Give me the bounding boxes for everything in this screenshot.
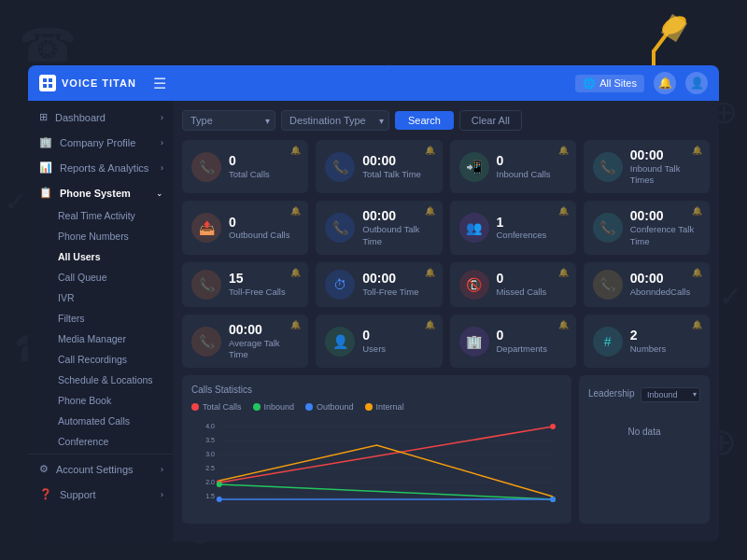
svg-text:2.5: 2.5 (205, 465, 215, 471)
notifications-button[interactable]: 🔔 (654, 72, 676, 94)
type-filter[interactable]: Type (182, 110, 275, 131)
sidebar-item-dashboard[interactable]: ⊞ Dashboard › (28, 105, 173, 130)
user-button[interactable]: 👤 (685, 72, 708, 94)
chart-svg: 4.0 3.5 3.0 2.5 2.0 1.5 (191, 417, 562, 511)
total-calls-label: Total Calls (229, 169, 299, 180)
sidebar-support-label: Support (60, 489, 96, 500)
toll-free-icon: 📞 (191, 270, 221, 300)
total-calls-value: 0 (229, 153, 299, 169)
legend-outbound: Outbound (305, 402, 354, 412)
sidebar-sub-ivr[interactable]: IVR (58, 287, 173, 308)
all-sites-button[interactable]: 🌐 All Sites (575, 75, 644, 92)
sidebar-sub-filters[interactable]: Filters (58, 308, 173, 329)
menu-button[interactable]: ☰ (153, 75, 166, 92)
sidebar-sub-call-recordings[interactable]: Call Recordings (58, 349, 173, 370)
outbound-talk-icon: 📞 (325, 213, 355, 243)
alert-icon: 🔔 (425, 268, 435, 277)
users-value: 0 (362, 328, 432, 343)
avg-talk-value: 00:00 (229, 322, 299, 338)
conf-talk-label: Conference Talk Time (630, 224, 700, 247)
destination-type-filter[interactable]: Destination Type (281, 110, 389, 131)
alert-icon: 🔔 (290, 146, 301, 155)
leadership-header: Leadership Inbound Outbound (588, 385, 700, 402)
sidebar-sub-schedule[interactable]: Schedule & Locations (58, 370, 173, 390)
svg-point-2 (659, 12, 689, 38)
inbound-talk-value: 00:00 (630, 147, 700, 163)
leadership-select[interactable]: Inbound Outbound (641, 387, 700, 402)
avg-talk-icon: 📞 (191, 327, 221, 357)
abonnded-icon: 📞 (593, 270, 623, 300)
filter-bar: Type Destination Type Search Clear All (182, 110, 710, 131)
outbound-calls-value: 0 (229, 215, 299, 231)
stat-missed-calls: 📵 0 Missed Calls 🔔 (450, 262, 576, 307)
alert-icon: 🔔 (558, 320, 569, 329)
alert-icon: 🔔 (692, 320, 702, 329)
outbound-calls-icon: 📤 (191, 213, 221, 243)
calls-statistics-chart: Calls Statistics Total Calls Inbound (182, 375, 571, 524)
sidebar-sub-automated-calls[interactable]: Automated Calls (58, 411, 173, 431)
inbound-dot (253, 403, 261, 411)
sidebar-sub-real-time[interactable]: Real Time Activity (58, 205, 173, 226)
alert-icon: 🔔 (558, 206, 569, 216)
sidebar-submenu: Real Time Activity Phone Numbers All Use… (28, 205, 173, 452)
sidebar-phone-label: Phone System (60, 188, 131, 199)
alert-icon: 🔔 (558, 268, 569, 277)
alert-icon: 🔔 (425, 206, 435, 216)
sidebar-item-account-settings[interactable]: ⚙ Account Settings › (28, 456, 173, 482)
users-label: Users (362, 343, 432, 355)
sidebar-item-phone-system[interactable]: 📋 Phone System ⌄ (28, 180, 173, 205)
sidebar-sub-phone-numbers[interactable]: Phone Numbers (58, 226, 173, 246)
conferences-icon: 👥 (459, 213, 489, 243)
sidebar-item-dashboard-label: Dashboard (55, 112, 106, 123)
numbers-icon: # (593, 327, 623, 357)
sidebar-sub-all-users[interactable]: All Users (58, 246, 173, 267)
internal-dot (365, 403, 373, 411)
legend-inbound: Inbound (253, 402, 295, 412)
conferences-label: Conferences (497, 230, 567, 241)
svg-text:3.0: 3.0 (205, 451, 215, 457)
alert-icon: 🔔 (425, 146, 435, 155)
toll-free-time-label: Toll-Free Time (362, 287, 432, 298)
users-icon: 👤 (325, 327, 355, 357)
legend-internal: Internal (365, 402, 404, 412)
sidebar-item-reports[interactable]: 📊 Reports & Analytics › (28, 155, 173, 180)
toll-free-label: Toll-Free Calls (229, 287, 299, 298)
sidebar-sub-conference[interactable]: Conference (58, 431, 173, 452)
destination-type-filter-wrap: Destination Type (281, 110, 389, 131)
app-logo: VOICE TITAN (39, 75, 136, 91)
company-icon: 🏢 (39, 136, 52, 148)
conf-talk-value: 00:00 (630, 208, 700, 224)
stats-row-2: 📤 0 Outbound Calls 🔔 📞 00:00 Outbound Ta… (182, 201, 710, 254)
stat-inbound-talk-times: 📞 00:00 Inbound Talk Times 🔔 (584, 140, 710, 193)
sidebar-company-label: Company Profile (60, 137, 135, 148)
sidebar-sub-media-manager[interactable]: Media Manager (58, 329, 173, 349)
missed-calls-value: 0 (497, 271, 567, 287)
chevron-icon: › (161, 490, 163, 499)
chevron-icon: › (161, 163, 163, 173)
departments-label: Departments (497, 343, 567, 355)
total-calls-icon: 📞 (191, 152, 221, 182)
alert-icon: 🔔 (692, 268, 702, 277)
alert-icon: 🔔 (692, 146, 702, 155)
sidebar-item-support[interactable]: ❓ Support › (28, 482, 173, 507)
bottom-section: Calls Statistics Total Calls Inbound (182, 375, 710, 524)
sidebar-sub-call-queue[interactable]: Call Queue (58, 267, 173, 287)
total-talk-value: 00:00 (362, 153, 432, 169)
clear-all-button[interactable]: Clear All (459, 110, 522, 131)
inbound-talk-label: Inbound Talk Times (630, 163, 700, 187)
stat-inbound-calls: 📲 0 Inbound Calls 🔔 (450, 140, 576, 193)
alert-icon: 🔔 (425, 320, 435, 329)
stat-avg-talk-time: 📞 00:00 Average Talk Time 🔔 (182, 315, 308, 368)
chevron-icon: › (161, 138, 163, 147)
top-bar: VOICE TITAN ☰ 🌐 All Sites 🔔 👤 (28, 65, 719, 101)
sidebar-item-company-profile[interactable]: 🏢 Company Profile › (28, 130, 173, 155)
abonnded-value: 00:00 (630, 271, 700, 287)
chevron-down-icon: ⌄ (156, 189, 163, 198)
search-button[interactable]: Search (395, 111, 454, 130)
chart-title: Calls Statistics (191, 385, 562, 395)
inbound-talk-icon: 📞 (593, 152, 623, 182)
support-icon: ❓ (39, 488, 52, 500)
svg-point-25 (550, 497, 556, 502)
sidebar-sub-phone-book[interactable]: Phone Book (58, 390, 173, 411)
outbound-dot (305, 403, 313, 411)
